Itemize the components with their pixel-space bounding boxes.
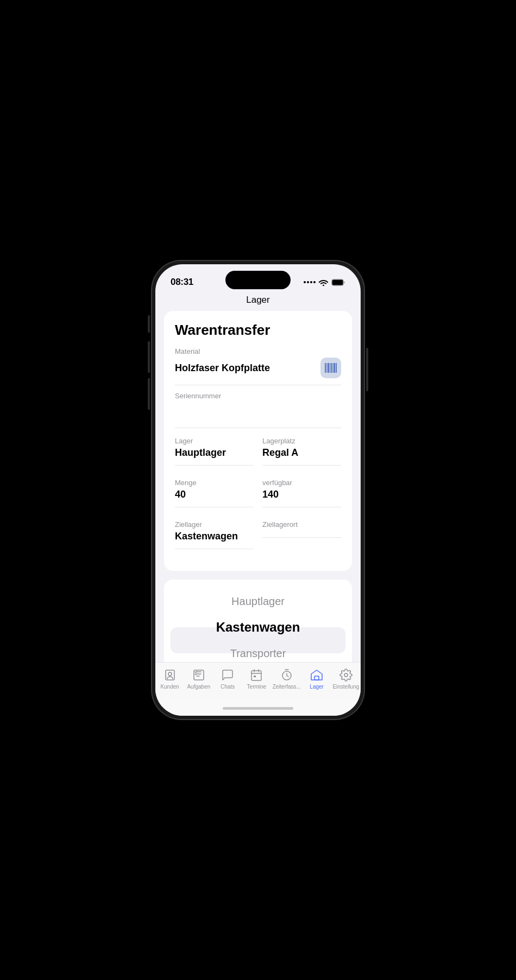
tab-aufgaben[interactable]: Aufgaben: [186, 668, 212, 690]
picker-section[interactable]: Hauptlager Kastenwagen Transporter Sprin…: [164, 580, 352, 662]
picker-item-kastenwagen[interactable]: Kastenwagen: [175, 614, 341, 640]
lager-icon: [310, 668, 324, 682]
tab-label-termine: Termine: [247, 684, 267, 690]
menge-verfuegbar-row: Menge 40 verfügbar 140: [175, 479, 341, 520]
ziellager-field: Ziellager Kastenwagen: [175, 520, 254, 556]
svg-rect-2: [325, 363, 326, 373]
verfuegbar-row: 140: [262, 489, 341, 507]
lager-lagerplatz-row: Lager Hauptlager Lagerplatz Regal A: [175, 437, 341, 479]
tab-label-kunden: Kunden: [160, 684, 179, 690]
menge-value: 40: [175, 489, 186, 500]
form-card: Warentransfer Material Holzfaser Kopfpla…: [164, 311, 352, 571]
verfuegbar-label: verfügbar: [262, 479, 341, 487]
termine-icon: [249, 668, 263, 682]
lagerplatz-value: Regal A: [262, 447, 298, 459]
home-indicator-bar: [155, 701, 361, 716]
kunden-icon: [163, 668, 177, 682]
barcode-icon: [325, 363, 337, 373]
svg-rect-6: [331, 363, 332, 373]
chats-icon: [221, 668, 235, 682]
svg-rect-8: [333, 363, 335, 373]
svg-rect-1: [332, 279, 343, 285]
svg-rect-14: [254, 676, 256, 677]
material-row: Holzfaser Kopfplatte: [175, 358, 341, 385]
ziellager-row: Ziellager Kastenwagen Ziellagerort: [175, 520, 341, 562]
lagerplatz-row: Regal A: [262, 447, 341, 466]
tab-kunden[interactable]: Kunden: [157, 668, 183, 690]
menge-row: 40: [175, 489, 254, 507]
ziellagerort-row: [262, 531, 341, 538]
menge-field: Menge 40: [175, 479, 254, 514]
tab-bar: Kunden Aufgaben: [155, 662, 361, 701]
tab-label-lager: Lager: [310, 684, 324, 690]
tab-label-aufgaben: Aufgaben: [187, 684, 210, 690]
einstellung-icon: [339, 668, 353, 682]
material-value: Holzfaser Kopfplatte: [175, 362, 270, 374]
material-field: Material Holzfaser Kopfplatte: [175, 347, 341, 385]
picker-item-hauptlager[interactable]: Hauptlager: [175, 588, 341, 614]
verfuegbar-field: verfügbar 140: [262, 479, 341, 514]
svg-rect-13: [251, 671, 261, 680]
nav-title: Lager: [155, 292, 361, 311]
ziellagerort-field: Ziellagerort: [262, 520, 341, 556]
menge-label: Menge: [175, 479, 254, 487]
ziellagerort-label: Ziellagerort: [262, 520, 341, 529]
lagerplatz-field: Lagerplatz Regal A: [262, 437, 341, 472]
status-time: 08:31: [171, 277, 193, 288]
picker-items: Hauptlager Kastenwagen Transporter Sprin…: [164, 580, 352, 662]
material-label: Material: [175, 347, 341, 355]
tab-einstellung[interactable]: Einstellung: [332, 668, 359, 690]
picker-item-transporter[interactable]: Transporter: [175, 640, 341, 662]
svg-rect-4: [328, 363, 329, 373]
svg-rect-7: [332, 363, 333, 373]
form-title: Warentransfer: [175, 322, 341, 339]
lager-label: Lager: [175, 437, 254, 445]
tab-lager[interactable]: Lager: [304, 668, 330, 690]
ziellager-row: Kastenwagen: [175, 531, 254, 549]
home-indicator: [223, 707, 293, 710]
tab-label-einstellung: Einstellung: [332, 684, 359, 690]
tab-label-chats: Chats: [221, 684, 235, 690]
svg-point-17: [344, 673, 348, 677]
zeiterfass-icon: [280, 668, 294, 682]
main-content: Warentransfer Material Holzfaser Kopfpla…: [155, 311, 361, 662]
tab-label-zeiterfass: Zeiterfass...: [273, 684, 301, 690]
tab-chats[interactable]: Chats: [215, 668, 241, 690]
aufgaben-icon: [192, 668, 206, 682]
signal-icon: [304, 281, 316, 283]
status-icons: [304, 279, 345, 286]
svg-point-11: [168, 672, 172, 676]
ziellager-label: Ziellager: [175, 520, 254, 529]
svg-rect-5: [330, 363, 330, 373]
dynamic-island: [225, 271, 291, 289]
tab-zeiterfass[interactable]: Zeiterfass...: [273, 668, 301, 690]
seriennummer-field[interactable]: Seriennummer: [175, 392, 341, 428]
seriennummer-input-area[interactable]: [175, 402, 341, 428]
seriennummer-label: Seriennummer: [175, 392, 341, 400]
svg-rect-9: [336, 363, 337, 373]
lager-value: Hauptlager: [175, 447, 226, 459]
tab-termine[interactable]: Termine: [243, 668, 269, 690]
svg-rect-16: [314, 676, 319, 680]
battery-icon: [331, 279, 345, 286]
barcode-button[interactable]: [320, 358, 341, 378]
lager-row: Hauptlager: [175, 447, 254, 466]
svg-rect-3: [326, 363, 327, 373]
lager-field: Lager Hauptlager: [175, 437, 254, 472]
verfuegbar-value: 140: [262, 489, 279, 500]
wifi-icon: [319, 279, 328, 286]
lagerplatz-label: Lagerplatz: [262, 437, 341, 445]
ziellager-value: Kastenwagen: [175, 531, 238, 542]
